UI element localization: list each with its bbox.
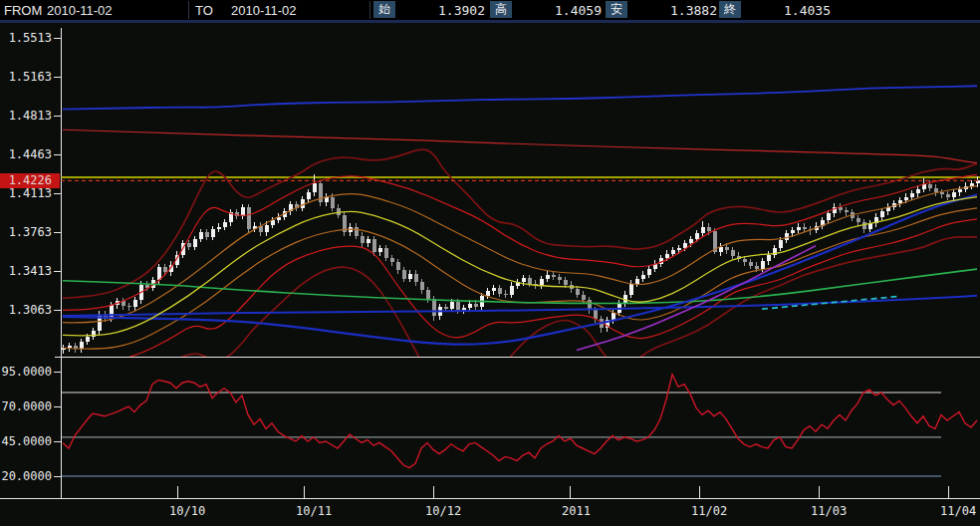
main-price-chart[interactable] [61,26,980,357]
trading-chart-window: FROM 2010-11-02 TO 2010-11-02 始1.3902高1.… [0,0,980,526]
rsi-indicator-panel[interactable] [61,361,980,498]
current-price-badge: 1.4226 [0,173,60,188]
